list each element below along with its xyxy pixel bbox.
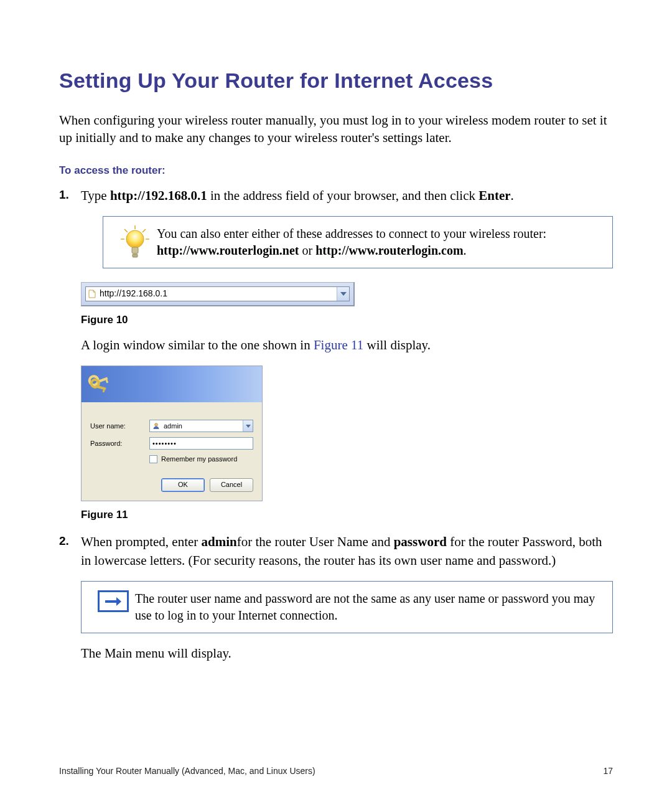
username-dropdown[interactable] — [243, 420, 253, 432]
note-callout: The router user name and password are no… — [81, 581, 613, 633]
step1-mid: in the address field of your browser, an… — [207, 188, 479, 203]
note-icon-cell — [91, 590, 135, 612]
after10-pre: A login window similar to the one shown … — [81, 337, 314, 352]
tip-icon-cell — [113, 225, 157, 259]
figure-10-caption: Figure 10 — [81, 313, 613, 328]
address-bar-chrome: http://192.168.0.1 — [81, 282, 355, 306]
svg-line-1 — [124, 229, 128, 232]
mainmenu-text: The Main menu will display. — [81, 644, 613, 663]
footer-left: Installing Your Router Manually (Advance… — [59, 766, 315, 776]
tip-url2: http://www.routerlogin.com — [315, 243, 463, 257]
username-label: User name: — [90, 422, 149, 431]
figure-11-link[interactable]: Figure 11 — [314, 337, 363, 352]
tip-period: . — [464, 243, 467, 257]
intro-paragraph: When configuring your wireless router ma… — [59, 111, 613, 147]
svg-point-14 — [155, 423, 158, 427]
after-figure-10: A login window similar to the one shown … — [81, 336, 613, 354]
ok-button[interactable]: OK — [161, 478, 205, 492]
step2-b2: password — [394, 534, 447, 549]
tip-callout: You can also enter either of these addre… — [103, 216, 613, 268]
step2-pre: When prompted, enter — [81, 534, 202, 549]
footer-page-number: 17 — [603, 766, 613, 776]
svg-line-2 — [142, 229, 146, 232]
note-text: The router user name and password are no… — [135, 590, 602, 624]
page-icon — [86, 290, 98, 298]
lightbulb-icon — [121, 225, 149, 259]
step-list: Type http://192.168.0.1 in the address f… — [59, 187, 613, 663]
remember-label: Remember my password — [161, 455, 237, 464]
svg-rect-12 — [96, 385, 106, 390]
arrow-right-icon — [98, 590, 129, 612]
address-bar-dropdown[interactable] — [337, 287, 349, 301]
cancel-label: Cancel — [221, 480, 242, 489]
svg-rect-13 — [103, 390, 105, 393]
password-input[interactable]: •••••••• — [149, 437, 253, 450]
keys-icon — [88, 371, 113, 396]
step2-b1: admin — [202, 534, 237, 549]
step1-url: http://192.168.0.1 — [110, 188, 207, 203]
figure-10-block: http://192.168.0.1 Figure 10 — [81, 282, 613, 328]
step-2: When prompted, enter adminfor the router… — [59, 533, 613, 663]
password-label: Password: — [90, 439, 149, 448]
user-icon — [151, 422, 161, 430]
tip-text: You can also enter either of these addre… — [157, 225, 602, 259]
dialog-buttons: OK Cancel — [90, 478, 253, 492]
tip-or: or — [299, 243, 316, 257]
remember-checkbox[interactable] — [149, 455, 157, 463]
username-input[interactable]: admin — [149, 420, 253, 432]
page-title: Setting Up Your Router for Internet Acce… — [59, 68, 613, 93]
svg-rect-6 — [132, 247, 138, 253]
login-dialog-header — [82, 366, 262, 402]
access-router-heading: To access the router: — [59, 164, 613, 177]
page: Setting Up Your Router for Internet Acce… — [0, 0, 672, 807]
ok-label: OK — [178, 480, 188, 489]
page-footer: Installing Your Router Manually (Advance… — [59, 766, 613, 776]
tip-url1: http://www.routerlogin.net — [157, 243, 299, 257]
svg-rect-10 — [106, 380, 109, 384]
svg-point-5 — [126, 230, 144, 248]
step1-action: Enter — [478, 188, 510, 203]
cancel-button[interactable]: Cancel — [210, 478, 253, 492]
tip-line1: You can also enter either of these addre… — [157, 227, 546, 240]
password-row: Password: •••••••• — [90, 437, 253, 450]
svg-rect-7 — [133, 254, 138, 257]
step2-mid1: for the router User Name and — [237, 534, 394, 549]
after10-post: will display. — [363, 337, 431, 352]
step-1: Type http://192.168.0.1 in the address f… — [59, 187, 613, 522]
address-bar[interactable]: http://192.168.0.1 — [85, 286, 350, 301]
username-value: admin — [161, 422, 243, 431]
password-value: •••••••• — [152, 439, 177, 448]
login-dialog: User name: admin Passwor — [81, 366, 263, 501]
login-form: User name: admin Passwor — [82, 402, 262, 500]
address-bar-url: http://192.168.0.1 — [98, 288, 337, 300]
remember-row: Remember my password — [149, 455, 253, 464]
figure-11-caption: Figure 11 — [81, 507, 613, 522]
username-row: User name: admin — [90, 420, 253, 432]
step1-post: . — [511, 188, 514, 203]
step1-pre: Type — [81, 188, 110, 203]
